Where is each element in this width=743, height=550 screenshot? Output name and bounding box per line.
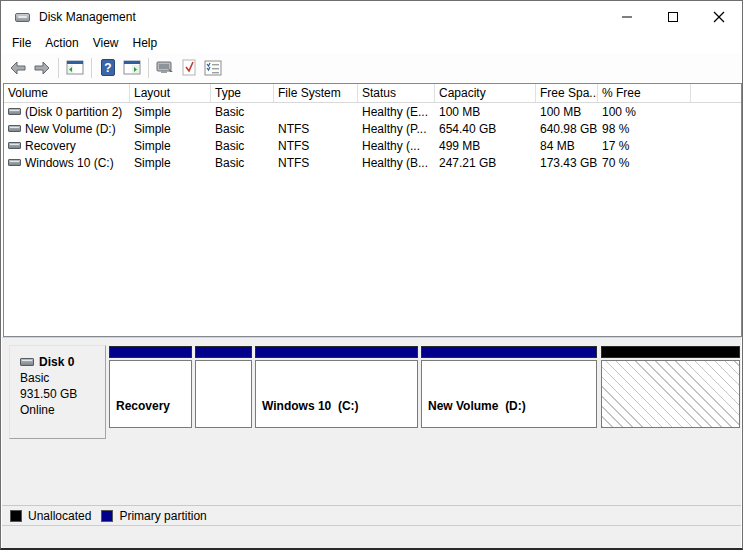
- column-header-layout[interactable]: Layout: [130, 84, 211, 102]
- show-hide-console-tree-button[interactable]: [63, 56, 87, 80]
- volume-name: Recovery: [25, 139, 76, 153]
- red-check-document-button[interactable]: [177, 56, 201, 80]
- forward-button[interactable]: [30, 56, 54, 80]
- volume-capacity: 247.21 GB: [435, 156, 536, 170]
- legend-label: Unallocated: [28, 509, 91, 523]
- table-row[interactable]: (Disk 0 partition 2) Simple Basic Health…: [4, 103, 741, 120]
- red-check-document-icon: [181, 59, 197, 76]
- volume-status: Healthy (...: [358, 139, 435, 153]
- title-bar: Disk Management: [1, 1, 742, 32]
- legend-unallocated: Unallocated: [10, 509, 91, 523]
- menu-action[interactable]: Action: [38, 34, 85, 52]
- disk-type: Basic: [20, 370, 105, 386]
- menu-file[interactable]: File: [5, 34, 38, 52]
- menu-help[interactable]: Help: [126, 34, 165, 52]
- column-header-free-space[interactable]: Free Spa...: [536, 84, 598, 102]
- volume-icon: [8, 108, 21, 115]
- disk-management-window: Disk Management File Action View Help: [0, 0, 743, 550]
- svg-text:?: ?: [104, 61, 111, 75]
- volume-pct-free: 17 %: [598, 139, 691, 153]
- partition-header-bar: [421, 346, 597, 358]
- toolbar: ?: [1, 53, 742, 82]
- back-arrow-icon: [9, 59, 27, 77]
- column-header-status[interactable]: Status: [358, 84, 435, 102]
- partition-name: Windows 10 (C:): [262, 398, 417, 415]
- column-header-volume[interactable]: Volume: [4, 84, 130, 102]
- partition-header-bar: [195, 346, 252, 358]
- partition-recovery[interactable]: Recovery 499 MB NTFS Healthy (OEM: [109, 346, 192, 431]
- volume-file-system: NTFS: [274, 122, 358, 136]
- column-header-filler: [691, 84, 741, 102]
- toolbar-separator: [91, 58, 92, 78]
- volume-list-pane: Volume Layout Type File System Status Ca…: [3, 83, 742, 337]
- volume-free-space: 84 MB: [536, 139, 598, 153]
- volume-status: Healthy (E...: [358, 105, 435, 119]
- close-icon: [713, 11, 725, 23]
- legend-primary-partition: Primary partition: [101, 509, 206, 523]
- window-title: Disk Management: [39, 10, 136, 24]
- partition-name: New Volume (D:): [428, 398, 596, 415]
- partition-new-volume-d[interactable]: New Volume (D:) 654.40 GB NTFS Healthy (…: [421, 346, 597, 431]
- unallocated-space[interactable]: 29.30 GB Unallocated: [601, 346, 740, 431]
- back-button[interactable]: [6, 56, 30, 80]
- partition-system-100mb[interactable]: 100 MB Healthy: [195, 346, 252, 431]
- volume-capacity: 654.40 GB: [435, 122, 536, 136]
- volume-pct-free: 100 %: [598, 105, 691, 119]
- volume-status: Healthy (P...: [358, 122, 435, 136]
- table-row[interactable]: New Volume (D:) Simple Basic NTFS Health…: [4, 120, 741, 137]
- legend-bar: Unallocated Primary partition: [2, 505, 741, 525]
- volume-file-system: NTFS: [274, 156, 358, 170]
- minimize-button[interactable]: [604, 1, 650, 32]
- toolbar-separator: [58, 58, 59, 78]
- volume-type: Basic: [211, 156, 274, 170]
- disk0-info-panel[interactable]: Disk 0 Basic 931.50 GB Online: [9, 345, 106, 439]
- volume-icon: [8, 159, 21, 166]
- partition-windows10-c[interactable]: Windows 10 (C:) 247.21 GB NTFS Healthy (…: [255, 346, 418, 431]
- volume-icon: [8, 142, 21, 149]
- close-button[interactable]: [696, 1, 742, 32]
- primary-partition-swatch: [101, 510, 113, 522]
- partition-name: Recovery: [116, 398, 191, 415]
- volume-type: Basic: [211, 139, 274, 153]
- volume-layout: Simple: [130, 105, 211, 119]
- volume-type: Basic: [211, 105, 274, 119]
- partition-header-bar: [109, 346, 192, 358]
- disk-icon: [20, 358, 34, 366]
- volume-capacity: 499 MB: [435, 139, 536, 153]
- action-pane-icon: [123, 60, 141, 76]
- column-header-type[interactable]: Type: [211, 84, 274, 102]
- volume-name: Windows 10 (C:): [25, 156, 114, 170]
- disk-name: Disk 0: [39, 354, 74, 370]
- volume-status: Healthy (B...: [358, 156, 435, 170]
- checklist-button[interactable]: [201, 56, 225, 80]
- volume-layout: Simple: [130, 156, 211, 170]
- help-button[interactable]: ?: [96, 56, 120, 80]
- partition-name: [608, 398, 739, 415]
- toolbar-separator: [148, 58, 149, 78]
- table-row[interactable]: Recovery Simple Basic NTFS Healthy (... …: [4, 137, 741, 154]
- column-header-capacity[interactable]: Capacity: [435, 84, 536, 102]
- volume-file-system: NTFS: [274, 139, 358, 153]
- disk-management-icon: [15, 9, 31, 25]
- monitor-icon: [155, 60, 175, 76]
- status-bar: [2, 525, 741, 548]
- volume-capacity: 100 MB: [435, 105, 536, 119]
- disk-status: Online: [20, 402, 105, 418]
- legend-label: Primary partition: [119, 509, 206, 523]
- column-header-pct-free[interactable]: % Free: [598, 84, 691, 102]
- partition-header-bar: [255, 346, 418, 358]
- unallocated-header-bar: [601, 346, 740, 358]
- minimize-icon: [621, 11, 633, 23]
- maximize-icon: [667, 11, 679, 23]
- volume-list-header: Volume Layout Type File System Status Ca…: [4, 84, 741, 103]
- table-row[interactable]: Windows 10 (C:) Simple Basic NTFS Health…: [4, 154, 741, 171]
- checklist-icon: [204, 60, 222, 76]
- menu-view[interactable]: View: [86, 34, 126, 52]
- maximize-button[interactable]: [650, 1, 696, 32]
- show-hide-action-pane-button[interactable]: [120, 56, 144, 80]
- volume-pct-free: 98 %: [598, 122, 691, 136]
- monitor-tool-button[interactable]: [153, 56, 177, 80]
- graphical-view-pane: Disk 0 Basic 931.50 GB Online Recovery 4…: [2, 337, 741, 548]
- console-tree-icon: [66, 60, 84, 76]
- column-header-file-system[interactable]: File System: [274, 84, 358, 102]
